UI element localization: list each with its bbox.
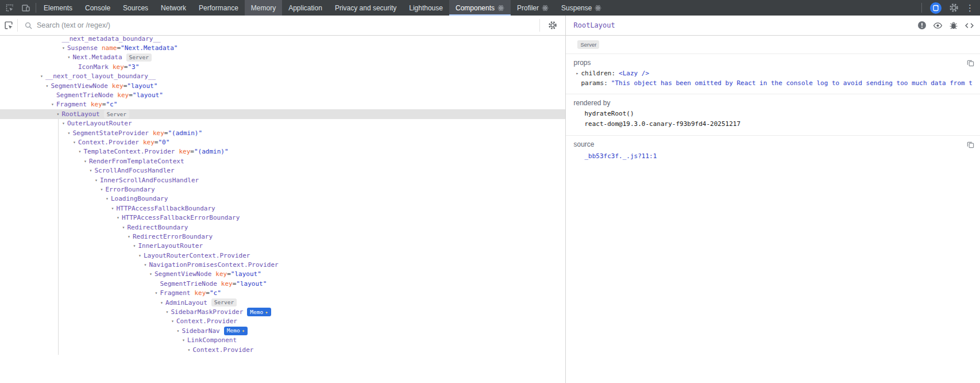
expand-arrow-icon[interactable]: ▾ — [87, 168, 95, 173]
tree-row[interactable]: ▾Context.Providerkey="0" — [0, 137, 565, 147]
expand-arrow-icon[interactable]: ▾ — [164, 309, 171, 315]
tree-row[interactable]: ▾Fragmentkey="c" — [0, 100, 565, 109]
tree-row[interactable]: ▾LoadingBoundary — [0, 194, 565, 204]
prop-key: children: — [581, 70, 615, 77]
inspect-element-icon[interactable] — [5, 3, 15, 13]
tree-row[interactable]: ▾TemplateContext.Providerkey="(admin)" — [0, 147, 565, 156]
copy-props-icon[interactable] — [967, 59, 974, 69]
tree-row[interactable]: ▾Next.MetadataServer — [0, 53, 565, 62]
tab-profiler[interactable]: Profiler — [511, 0, 555, 16]
expand-arrow-icon[interactable]: ▾ — [65, 55, 73, 60]
expand-arrow-icon[interactable]: ▾ — [169, 319, 176, 324]
tab-privacy-and-security[interactable]: Privacy and security — [329, 0, 403, 16]
expand-arrow-icon[interactable]: ▾ — [153, 290, 160, 296]
expand-arrow-icon[interactable]: ▾ — [120, 225, 128, 230]
expand-arrow-icon[interactable]: ▾ — [147, 271, 155, 277]
tree-row[interactable]: ▾NavigationPromisesContext.Provider — [0, 260, 565, 269]
attribute-name: key — [112, 82, 124, 90]
tree-row[interactable]: ▾Context.Provider — [0, 345, 565, 354]
prop-expand-arrow-icon[interactable]: ▸ — [573, 71, 581, 76]
tab-components[interactable]: Components — [449, 0, 511, 16]
expand-arrow-icon[interactable]: ▾ — [65, 131, 73, 136]
expand-arrow-icon[interactable]: ▾ — [55, 112, 62, 117]
tree-row[interactable]: ▾SidebarNavMemo✦ — [0, 326, 565, 335]
expand-arrow-icon[interactable]: ▾ — [44, 83, 51, 89]
tree-row[interactable]: ▾SegmentViewNodekey="layout" — [0, 81, 565, 90]
expand-arrow-icon[interactable]: ▾ — [175, 328, 182, 334]
expand-arrow-icon[interactable]: ▾ — [49, 102, 56, 107]
tree-row[interactable]: ▾ScrollAndFocusHandler — [0, 166, 565, 175]
tab-label: Suspense — [561, 4, 592, 12]
expand-arrow-icon[interactable]: ▾ — [76, 149, 84, 154]
tree-row[interactable]: SegmentTrieNodekey="layout" — [0, 279, 565, 288]
tree-row[interactable]: ▾AdminLayoutServer — [0, 298, 565, 307]
copy-source-icon[interactable] — [967, 140, 974, 151]
error-icon[interactable] — [917, 21, 927, 30]
expand-arrow-icon[interactable]: ▾ — [186, 347, 193, 353]
tree-row[interactable]: ▾RootLayoutServer — [0, 109, 565, 118]
tree-row[interactable]: ▾SegmentStateProviderkey="(admin)" — [0, 128, 565, 137]
expand-arrow-icon[interactable]: ▾ — [98, 187, 106, 192]
search-input[interactable] — [37, 21, 535, 29]
tab-console[interactable]: Console — [79, 0, 117, 16]
expand-arrow-icon[interactable]: ▾ — [158, 300, 165, 305]
tree-row[interactable]: SegmentTrieNodekey="layout" — [0, 90, 565, 99]
memo-badge: Memo✦ — [224, 327, 248, 335]
expand-arrow-icon[interactable]: ▾ — [114, 215, 122, 220]
tree-row[interactable]: ▾HTTPAccessFallbackErrorBoundary — [0, 213, 565, 222]
tree-row[interactable]: ▾RenderFromTemplateContext — [0, 156, 565, 166]
tree-row[interactable]: ▾RedirectErrorBoundary — [0, 232, 565, 241]
log-bug-icon[interactable] — [949, 21, 958, 30]
tab-lighthouse[interactable]: Lighthouse — [403, 0, 449, 16]
tree-row[interactable]: ▾LayoutRouterContext.Provider — [0, 251, 565, 260]
tree-row[interactable]: ▾SidebarMaskProviderMemo✦ — [0, 307, 565, 316]
overflow-menu-icon[interactable]: ⋮ — [966, 3, 974, 12]
tab-label: Profiler — [517, 4, 539, 12]
expand-arrow-icon[interactable]: ▾ — [60, 45, 67, 51]
tab-memory[interactable]: Memory — [245, 0, 282, 16]
device-toolbar-icon[interactable] — [21, 3, 31, 13]
expand-arrow-icon[interactable]: ▾ — [125, 234, 133, 239]
settings-gear-icon[interactable] — [948, 3, 959, 13]
tab-label: Performance — [199, 4, 238, 12]
inspect-dom-eye-icon[interactable] — [933, 21, 943, 30]
tree-row[interactable]: ▾HTTPAccessFallbackBoundary — [0, 204, 565, 213]
prop-row[interactable]: params:"This object has been omitted by … — [573, 78, 973, 88]
view-source-icon[interactable] — [964, 21, 974, 30]
expand-arrow-icon[interactable]: ▾ — [103, 196, 111, 201]
expand-arrow-icon[interactable]: ▾ — [109, 206, 117, 211]
tree-row[interactable]: ▾SegmentViewNodekey="layout" — [0, 270, 565, 279]
tree-row[interactable]: ▾OuterLayoutRouter — [0, 119, 565, 128]
expand-arrow-icon[interactable]: ▾ — [92, 178, 100, 183]
tab-suspense[interactable]: Suspense — [555, 0, 608, 16]
expand-arrow-icon[interactable]: ▾ — [71, 140, 78, 145]
tree-row[interactable]: ▾LinkComponent — [0, 336, 565, 345]
tree-row[interactable]: ▾InnerScrollAndFocusHandler — [0, 175, 565, 185]
source-file-link[interactable]: _bb53fc3f._.js?11:1 — [573, 151, 657, 162]
tab-network[interactable]: Network — [155, 0, 192, 16]
expand-arrow-icon[interactable]: ▾ — [131, 243, 138, 248]
tab-application[interactable]: Application — [282, 0, 329, 16]
expand-arrow-icon[interactable]: ▾ — [38, 74, 45, 79]
tree-row[interactable]: ▾ErrorBoundary — [0, 185, 565, 194]
tab-sources[interactable]: Sources — [117, 0, 155, 16]
tree-row[interactable]: ▾Suspensename="Next.Metadata" — [0, 43, 565, 52]
tree-settings-gear-icon[interactable] — [540, 21, 565, 30]
tab-performance[interactable]: Performance — [192, 0, 245, 16]
prop-row[interactable]: ▸children:<Lazy /> — [573, 68, 973, 78]
tree-row[interactable]: ▾RedirectBoundary — [0, 223, 565, 232]
tree-row[interactable]: ▾__next_root_layout_boundary__ — [0, 72, 565, 81]
expand-arrow-icon[interactable]: ▾ — [142, 262, 149, 267]
expand-arrow-icon[interactable]: ▾ — [82, 159, 89, 164]
tree-row[interactable]: ▾Fragmentkey="c" — [0, 289, 565, 298]
select-component-icon[interactable] — [0, 21, 17, 30]
tree-row[interactable]: IconMarkkey="3" — [0, 62, 565, 71]
extension-device-icon[interactable] — [930, 2, 942, 14]
tree-row[interactable]: __next_metadata_boundary__ — [0, 36, 565, 43]
expand-arrow-icon[interactable]: ▾ — [60, 121, 67, 126]
tree-row[interactable]: ▾Context.Provider — [0, 317, 565, 326]
tree-row[interactable]: ▾InnerLayoutRouter — [0, 242, 565, 251]
expand-arrow-icon[interactable]: ▾ — [180, 338, 187, 343]
expand-arrow-icon[interactable]: ▾ — [136, 253, 144, 258]
tab-elements[interactable]: Elements — [37, 0, 79, 16]
